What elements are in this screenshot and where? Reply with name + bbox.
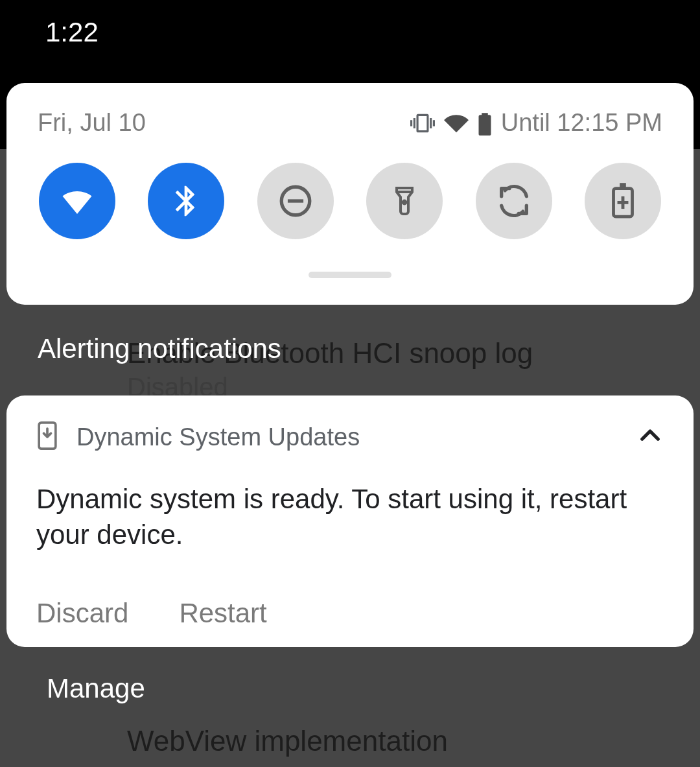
qs-tiles-row [38, 163, 662, 239]
restart-button[interactable]: Restart [179, 598, 266, 629]
wifi-icon [58, 182, 97, 220]
vibrate-icon [410, 111, 435, 136]
manage-button[interactable]: Manage [47, 673, 145, 704]
wifi-status-icon [444, 111, 469, 136]
qs-tile-bluetooth[interactable] [148, 163, 224, 239]
notification-body: Dynamic system is ready. To start using … [36, 482, 664, 552]
quick-settings-panel[interactable]: Fri, Jul 10 Until 12:15 PM [6, 83, 694, 305]
notification-card[interactable]: Dynamic System Updates Dynamic system is… [6, 395, 694, 647]
qs-tile-flashlight[interactable] [366, 163, 443, 239]
battery-saver-icon [610, 182, 636, 220]
qs-alarm-text: Until 12:15 PM [501, 109, 662, 137]
dnd-icon [277, 182, 314, 220]
status-time: 1:22 [45, 17, 99, 48]
autorotate-icon [495, 182, 533, 220]
alerting-section-label: Alerting notifications [38, 333, 281, 364]
battery-status-icon [478, 111, 492, 136]
qs-tile-wifi[interactable] [39, 163, 115, 239]
flashlight-icon [389, 182, 420, 220]
svg-point-3 [403, 201, 406, 204]
status-bar: 1:22 [0, 0, 700, 65]
bg-setting-item: WebView implementation [127, 725, 448, 757]
collapse-icon[interactable] [636, 422, 664, 452]
qs-tile-battery-saver[interactable] [585, 163, 661, 239]
qs-drag-handle[interactable] [309, 272, 391, 278]
notification-app-name: Dynamic System Updates [76, 423, 618, 451]
qs-tile-autorotate[interactable] [476, 163, 552, 239]
qs-tile-dnd[interactable] [257, 163, 334, 239]
discard-button[interactable]: Discard [36, 598, 128, 629]
system-update-icon [36, 421, 58, 453]
qs-date: Fri, Jul 10 [38, 109, 146, 137]
bluetooth-icon [168, 183, 204, 219]
